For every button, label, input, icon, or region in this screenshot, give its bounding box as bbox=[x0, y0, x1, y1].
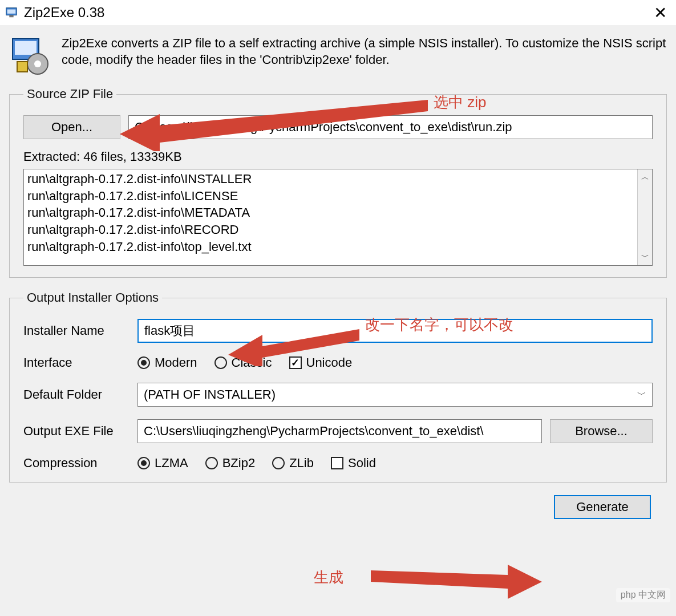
extracted-files-list[interactable]: run\altgraph-0.17.2.dist-info\INSTALLER … bbox=[23, 169, 653, 266]
radio-label: BZip2 bbox=[222, 456, 255, 471]
app-icon bbox=[9, 35, 50, 76]
group-source-zip: Source ZIP File Open... Extracted: 46 fi… bbox=[9, 87, 667, 278]
radio-icon bbox=[214, 356, 227, 369]
close-icon[interactable]: ✕ bbox=[649, 3, 671, 22]
legend-output: Output Installer Options bbox=[23, 290, 162, 305]
arrow-icon bbox=[371, 565, 542, 599]
default-folder-select[interactable]: (PATH OF INSTALLER) ﹀ bbox=[137, 383, 653, 407]
list-scrollbar[interactable]: ︿ ﹀ bbox=[637, 169, 652, 265]
radio-icon bbox=[205, 457, 218, 469]
scroll-down-icon[interactable]: ﹀ bbox=[638, 249, 652, 265]
radio-label: Modern bbox=[155, 355, 197, 370]
list-item: run\altgraph-0.17.2.dist-info\RECORD bbox=[27, 221, 634, 238]
scroll-up-icon[interactable]: ︿ bbox=[638, 169, 652, 185]
output-exe-field[interactable] bbox=[137, 419, 542, 443]
list-item: run\altgraph-0.17.2.dist-info\INSTALLER bbox=[27, 171, 634, 188]
group-output-options: Output Installer Options Installer Name … bbox=[9, 290, 667, 483]
label-interface: Interface bbox=[23, 355, 137, 370]
radio-compression-lzma[interactable]: LZMA bbox=[137, 456, 188, 471]
checkbox-icon bbox=[331, 457, 343, 469]
label-default-folder: Default Folder bbox=[23, 387, 137, 402]
window-title: Zip2Exe 0.38 bbox=[24, 5, 649, 21]
watermark: php 中文网 bbox=[616, 588, 670, 602]
installer-name-field[interactable] bbox=[137, 319, 653, 343]
radio-label: Classic bbox=[232, 355, 272, 370]
svg-point-6 bbox=[34, 60, 41, 67]
label-output-exe: Output EXE File bbox=[23, 424, 137, 439]
annotation-generate: 生成 bbox=[314, 568, 343, 587]
svg-rect-2 bbox=[9, 15, 13, 18]
checkbox-icon bbox=[289, 356, 302, 369]
list-item: run\altgraph-0.17.2.dist-info\top_level.… bbox=[27, 238, 634, 256]
svg-rect-1 bbox=[7, 10, 16, 14]
extracted-summary: Extracted: 46 files, 13339KB bbox=[23, 149, 653, 164]
titlebar: Zip2Exe 0.38 ✕ bbox=[0, 0, 676, 25]
list-item: run\altgraph-0.17.2.dist-info\LICENSE bbox=[27, 188, 634, 205]
radio-label: LZMA bbox=[155, 456, 188, 471]
label-compression: Compression bbox=[23, 456, 137, 471]
label-installer-name: Installer Name bbox=[23, 323, 137, 338]
radio-compression-zlib[interactable]: ZLib bbox=[272, 456, 314, 471]
svg-rect-4 bbox=[15, 41, 37, 55]
checkbox-solid[interactable]: Solid bbox=[331, 456, 376, 471]
radio-icon bbox=[137, 356, 150, 369]
generate-button[interactable]: Generate bbox=[554, 495, 651, 519]
checkbox-unicode[interactable]: Unicode bbox=[289, 355, 353, 370]
browse-button[interactable]: Browse... bbox=[550, 419, 653, 443]
svg-marker-10 bbox=[371, 565, 542, 599]
open-button[interactable]: Open... bbox=[23, 115, 120, 139]
checkbox-label: Solid bbox=[348, 456, 376, 471]
select-value: (PATH OF INSTALLER) bbox=[144, 387, 276, 402]
app-small-icon bbox=[5, 6, 18, 19]
radio-icon bbox=[137, 457, 150, 469]
chevron-down-icon: ﹀ bbox=[637, 389, 646, 401]
intro-text: Zip2Exe converts a ZIP file to a self ex… bbox=[62, 35, 667, 68]
radio-icon bbox=[272, 457, 285, 469]
checkbox-label: Unicode bbox=[306, 355, 353, 370]
list-item: run\altgraph-0.17.2.dist-info\METADATA bbox=[27, 204, 634, 221]
radio-interface-classic[interactable]: Classic bbox=[214, 355, 272, 370]
radio-label: ZLib bbox=[289, 456, 314, 471]
svg-rect-7 bbox=[17, 62, 27, 72]
legend-source: Source ZIP File bbox=[23, 87, 116, 102]
radio-interface-modern[interactable]: Modern bbox=[137, 355, 197, 370]
source-zip-path-field[interactable] bbox=[128, 115, 653, 139]
radio-compression-bzip2[interactable]: BZip2 bbox=[205, 456, 255, 471]
